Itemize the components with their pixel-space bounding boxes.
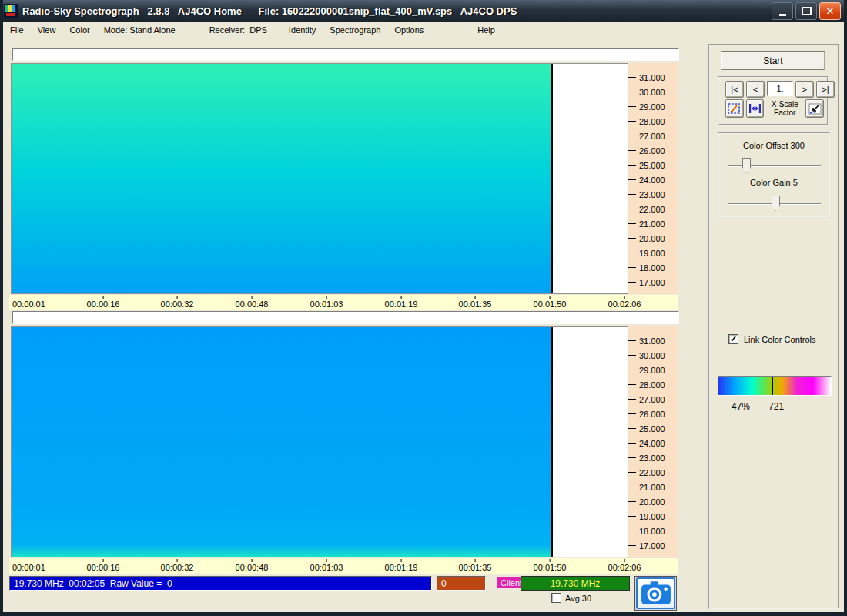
spectrogram-panel-2[interactable] — [11, 326, 629, 557]
menu-item[interactable]: Identity — [282, 23, 323, 37]
menu-item[interactable]: Spectrograph — [323, 23, 387, 37]
maximize-button[interactable] — [795, 2, 817, 20]
time-tick-label: 00:00:32 — [161, 295, 194, 310]
tick-dash — [628, 165, 636, 166]
frequency-tick-label: 23.000 — [639, 190, 665, 199]
frequency-tick-label: 31.000 — [639, 336, 665, 346]
frequency-tick: 24.000 — [628, 436, 678, 450]
time-tick-label: 00:00:16 — [87, 558, 120, 574]
close-icon: ✕ — [826, 5, 835, 17]
link-color-row: ✓ Link Color Controls — [728, 334, 816, 344]
color-scale-marker — [772, 377, 773, 395]
color-offset-slider[interactable] — [728, 165, 821, 167]
color-offset-label: Color Offset 300 — [719, 141, 829, 150]
fit-width-button[interactable] — [746, 99, 765, 118]
frequency-tick-label: 17.000 — [639, 541, 665, 551]
frequency-tick-label: 26.000 — [639, 410, 665, 419]
menu-item[interactable]: Options — [387, 23, 430, 37]
start-button[interactable]: Start — [721, 51, 825, 70]
spectrogram-panel-1[interactable] — [11, 63, 629, 294]
spectrogram-data-2[interactable] — [12, 327, 553, 557]
status-strip-top — [12, 48, 679, 61]
frequency-tick: 30.000 — [628, 85, 678, 99]
tick-dash — [628, 106, 636, 107]
frequency-tick: 22.000 — [628, 202, 678, 216]
menu-item[interactable]: Receiver: DPS — [203, 23, 274, 37]
color-scale-readout: 47% 721 — [732, 401, 784, 412]
tick-dash — [628, 355, 636, 356]
time-tick-label: 00:00:48 — [236, 295, 269, 310]
avg-row: Avg 30 — [551, 593, 591, 603]
status-strip-middle — [12, 311, 679, 324]
frequency-tick-label: 19.000 — [639, 249, 665, 258]
tick-dash — [628, 399, 636, 400]
last-page-button[interactable]: >| — [816, 81, 835, 98]
frequency-tick: 26.000 — [628, 143, 678, 158]
avg-checkbox[interactable] — [551, 593, 561, 603]
tick-dash — [628, 179, 636, 180]
tick-dash — [628, 413, 636, 414]
frequency-tick: 18.000 — [628, 524, 678, 538]
tick-dash — [628, 443, 636, 444]
window-title: Radio-Sky Spectrograph 2.8.8 AJ4CO Home … — [22, 5, 517, 17]
screenshot-button[interactable] — [634, 576, 677, 611]
compress-scale-button[interactable] — [805, 99, 824, 118]
menu-item[interactable]: Mode: Stand Alone — [97, 23, 182, 37]
minimize-button[interactable] — [772, 2, 793, 20]
menu-item[interactable]: File — [3, 23, 31, 37]
frequency-tick-label: 29.000 — [639, 366, 665, 375]
maximize-icon — [802, 7, 812, 15]
tick-dash — [628, 340, 636, 341]
compress-scale-icon — [808, 103, 822, 115]
color-scale-bar[interactable] — [718, 376, 832, 396]
spectrogram-data-1[interactable] — [12, 64, 553, 293]
menu-item[interactable]: View — [31, 23, 63, 37]
xscale-group: |< < 1. > >| — [718, 76, 829, 126]
frequency-tick-label: 22.000 — [639, 468, 665, 477]
select-region-button[interactable] — [725, 99, 744, 118]
camera-frame — [636, 578, 675, 609]
close-button[interactable]: ✕ — [819, 2, 841, 20]
time-tick-label: 00:00:01 — [12, 558, 45, 574]
frequency-tick-label: 18.000 — [639, 263, 665, 273]
frequency-tick-label: 25.000 — [639, 161, 665, 170]
menu-item[interactable]: Help — [470, 23, 502, 37]
frequency-scale-1: 31.00030.00029.00028.00027.00026.00025.0… — [628, 63, 678, 294]
color-group: Color Offset 300 Color Gain 5 — [718, 132, 830, 217]
cursor-percent: 47% — [732, 401, 750, 412]
frequency-tick-label: 28.000 — [639, 117, 665, 126]
tick-dash — [628, 282, 636, 283]
tick-dash — [628, 77, 636, 78]
menu-item[interactable]: Color — [62, 23, 96, 37]
time-tick-label: 00:02:06 — [608, 295, 641, 310]
x-scale-value-field[interactable]: 1. — [767, 81, 793, 96]
prev-page-button[interactable]: < — [746, 81, 765, 98]
control-panel: Start |< < 1. > >| — [708, 44, 839, 609]
next-page-button[interactable]: > — [795, 81, 814, 98]
frequency-tick: 19.000 — [628, 509, 678, 524]
color-offset-thumb[interactable] — [742, 158, 751, 173]
frequency-tick: 18.000 — [628, 260, 678, 275]
tick-dash — [628, 267, 636, 268]
cursor-value: 721 — [768, 401, 784, 412]
title-bar[interactable]: Radio-Sky Spectrograph 2.8.8 AJ4CO Home … — [0, 0, 847, 22]
color-gain-thumb[interactable] — [772, 196, 780, 211]
client-count: 0 — [437, 576, 486, 591]
time-axis-2: 00:00:0100:00:1600:00:3200:00:4800:01:03… — [9, 558, 678, 574]
first-page-button[interactable]: |< — [725, 81, 744, 98]
frequency-tick-label: 27.000 — [639, 132, 665, 141]
frequency-tick: 17.000 — [628, 538, 678, 553]
frequency-tick: 20.000 — [628, 494, 678, 509]
frequency-tick: 27.000 — [628, 392, 678, 407]
frequency-tick: 19.000 — [628, 246, 678, 260]
frequency-tick-label: 25.000 — [639, 424, 665, 434]
start-label: Start — [763, 55, 782, 66]
horizontal-resize-icon — [748, 103, 762, 114]
frequency-tick-label: 20.000 — [639, 234, 665, 243]
tick-dash — [628, 253, 636, 253]
link-color-checkbox[interactable]: ✓ — [728, 334, 738, 344]
frequency-tick: 31.000 — [628, 70, 678, 85]
color-gain-slider[interactable] — [728, 203, 821, 205]
menu-bar: FileViewColorMode: Stand AloneReceiver: … — [3, 22, 844, 38]
time-tick-label: 00:01:50 — [534, 295, 567, 310]
